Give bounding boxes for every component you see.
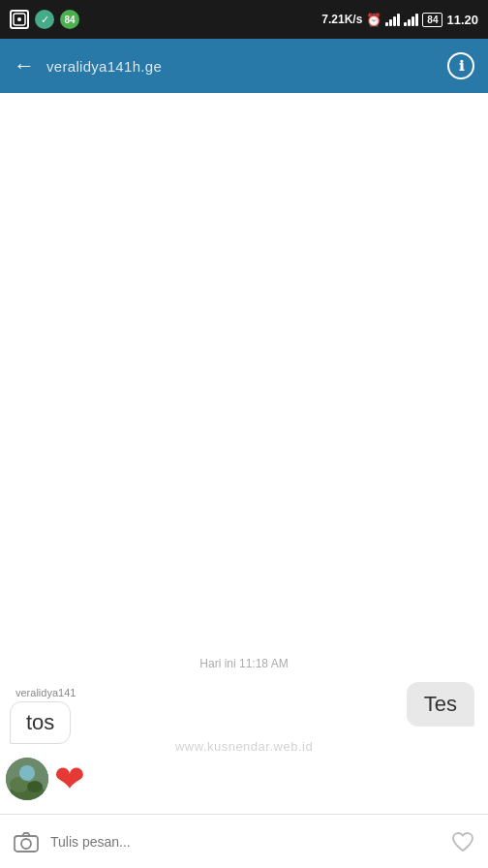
svg-point-8 [21, 839, 31, 849]
svg-point-5 [27, 781, 43, 792]
message-input[interactable] [50, 834, 440, 850]
sent-message-bubble: Tes [407, 682, 474, 727]
shield-icon: ✓ [35, 10, 54, 29]
back-button[interactable]: ← [14, 53, 35, 78]
chat-timestamp: Hari ini 11:18 AM [0, 657, 488, 670]
svg-point-1 [17, 17, 21, 21]
heart-reaction-icon: ❤ [54, 758, 85, 800]
heart-button[interactable] [451, 831, 474, 852]
camera-button[interactable] [14, 831, 39, 852]
bbm-icon [10, 10, 29, 29]
clock: 11.20 [446, 13, 478, 27]
alarm-icon: ⏰ [366, 13, 381, 27]
chat-area: Hari ini 11:18 AM Tes veralidya141 tos ❤… [0, 93, 488, 814]
received-message-bubble: tos [10, 701, 71, 744]
notification-badge: 84 [60, 10, 79, 29]
toolbar: ← veralidya141h.ge ℹ [0, 39, 488, 93]
status-bar-right: 7.21K/s ⏰ 84 11.20 [321, 13, 478, 27]
status-bar-left: ✓ 84 [10, 10, 79, 29]
info-button[interactable]: ℹ [447, 52, 474, 79]
status-bar: ✓ 84 7.21K/s ⏰ 84 11.20 [0, 0, 488, 39]
received-sender-name: veralidya141 [15, 687, 76, 698]
avatar [6, 758, 48, 800]
avatar-heart-row: ❤ [6, 758, 85, 800]
bottom-bar [0, 814, 488, 868]
battery-icon: 84 [422, 13, 442, 27]
network-speed: 7.21K/s [321, 13, 362, 26]
signal-bars-2 [404, 13, 418, 26]
watermark: www.kusnendar.web.id [0, 739, 488, 754]
signal-bars-1 [385, 13, 400, 26]
chat-title: veralidya141h.ge [46, 58, 447, 75]
svg-point-6 [19, 765, 35, 781]
